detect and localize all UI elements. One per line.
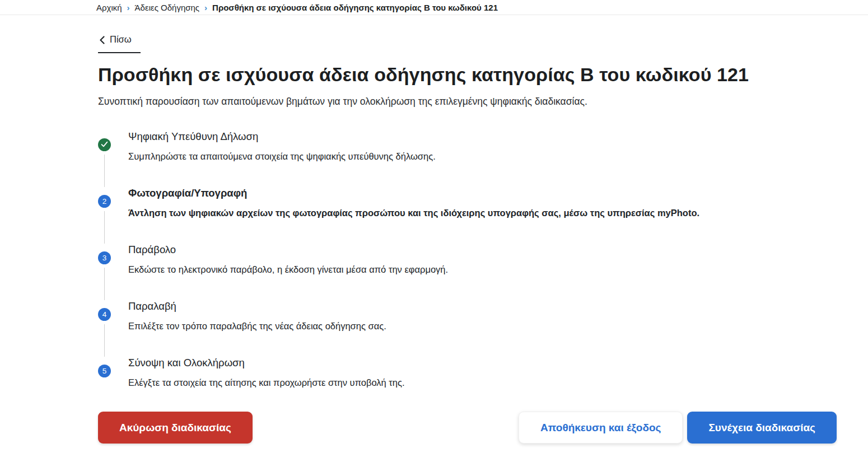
step-delivery: 4 Παραλαβή Επιλέξτε τον τρόπο παραλαβής … [98, 299, 837, 356]
footer-actions: Ακύρωση διαδικασίας Αποθήκευση και έξοδο… [98, 412, 837, 444]
step-title: Φωτογραφία/Υπογραφή [128, 187, 699, 199]
step-fee: 3 Παράβολο Εκδώστε το ηλεκτρονικό παράβο… [98, 242, 837, 299]
back-button[interactable]: Πίσω [98, 34, 141, 53]
check-icon [101, 141, 108, 149]
footer-right-actions: Αποθήκευση και έξοδος Συνέχεια διαδικασί… [519, 412, 837, 444]
step-description: Επιλέξτε τον τρόπο παραλαβής της νέας άδ… [128, 321, 386, 332]
step-completed-marker [98, 138, 111, 151]
step-description: Άντληση των ψηφιακών αρχείων της φωτογρα… [128, 208, 699, 218]
step-photo-signature: 2 Φωτογραφία/Υπογραφή Άντληση των ψηφιακ… [98, 186, 837, 242]
step-title: Ψηφιακή Υπεύθυνη Δήλωση [128, 130, 436, 143]
step-number-badge: 5 [98, 365, 111, 377]
chevron-right-icon: › [204, 3, 207, 12]
breadcrumb-item-home[interactable]: Αρχική [96, 3, 122, 12]
chevron-right-icon: › [127, 3, 130, 12]
process-stepper: Ψηφιακή Υπεύθυνη Δήλωση Συμπληρώστε τα α… [98, 129, 837, 388]
page-subtitle: Συνοπτική παρουσίαση των απαιτούμενων βη… [98, 96, 837, 108]
back-button-label: Πίσω [110, 34, 132, 45]
step-number-badge: 4 [98, 308, 111, 321]
step-title: Σύνοψη και Ολοκλήρωση [128, 357, 405, 369]
breadcrumb-item-driving-licences[interactable]: Άδειες Οδήγησης [135, 3, 200, 12]
main-content: Πίσω Προσθήκη σε ισχύουσα άδεια οδήγησης… [0, 15, 868, 444]
step-title: Παράβολο [128, 244, 448, 256]
step-number-badge: 2 [98, 195, 111, 208]
step-description: Ελέγξτε τα στοιχεία της αίτησης και προχ… [128, 377, 405, 388]
step-digital-declaration: Ψηφιακή Υπεύθυνη Δήλωση Συμπληρώστε τα α… [98, 129, 837, 186]
step-title: Παραλαβή [128, 300, 386, 312]
continue-process-button[interactable]: Συνέχεια διαδικασίας [687, 412, 837, 444]
save-and-exit-button[interactable]: Αποθήκευση και έξοδος [519, 412, 683, 444]
chevron-left-icon [99, 36, 105, 44]
cancel-process-button[interactable]: Ακύρωση διαδικασίας [98, 412, 253, 444]
breadcrumb: Αρχική › Άδειες Οδήγησης › Προσθήκη σε ι… [96, 3, 498, 12]
step-summary-completion: 5 Σύνοψη και Ολοκλήρωση Ελέγξτε τα στοιχ… [98, 356, 837, 388]
page-title: Προσθήκη σε ισχύουσα άδεια οδήγησης κατη… [98, 64, 837, 86]
step-description: Συμπληρώστε τα απαιτούμενα στοιχεία της … [128, 151, 436, 162]
breadcrumb-item-current: Προσθήκη σε ισχύουσα άδεια οδήγησης κατη… [212, 3, 498, 12]
breadcrumb-bar: Αρχική › Άδειες Οδήγησης › Προσθήκη σε ι… [0, 0, 868, 15]
step-number-badge: 3 [98, 251, 111, 264]
step-description: Εκδώστε το ηλεκτρονικό παράβολο, η έκδοσ… [128, 264, 448, 275]
